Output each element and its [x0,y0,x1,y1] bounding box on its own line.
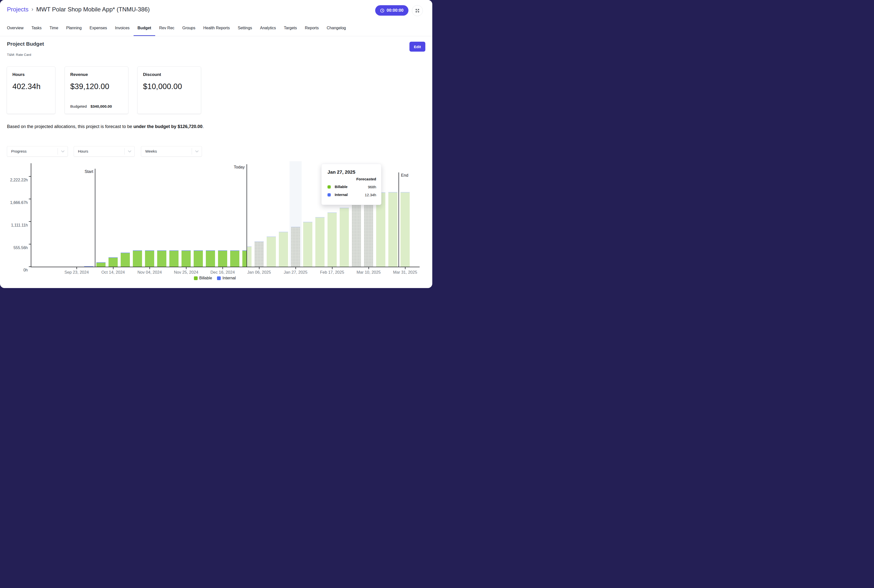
chart-bar[interactable] [254,242,264,267]
chart-bar[interactable] [133,250,142,267]
discount-card-title: Discount [143,72,161,77]
y-axis [31,163,31,267]
x-axis-label: Dec 16, 2024 [210,270,235,274]
chart-bar[interactable] [169,250,179,267]
x-tick [149,267,150,269]
bar-billable-segment [291,227,300,267]
bar-billable-segment [400,192,410,267]
hours-card: Hours 402.34h [7,66,56,114]
chart-bar[interactable] [218,250,227,267]
chart-bar[interactable] [340,208,349,267]
hours-card-title: Hours [12,72,25,77]
bar-billable-segment [328,213,337,267]
chart-bar[interactable] [400,192,410,267]
x-axis-label: Nov 04, 2024 [137,270,162,274]
clock-icon [380,8,384,13]
y-axis-label: 2,222.22h [10,178,28,182]
chart-bar[interactable] [145,250,154,267]
tab-budget[interactable]: Budget [134,21,155,36]
metric-select[interactable]: Hours [74,146,135,156]
budgeted-value: $340,000.00 [90,104,112,109]
chart-bar[interactable] [315,217,325,267]
x-tick [77,267,77,269]
bar-billable-segment [194,251,203,267]
chart-bar[interactable] [230,250,239,267]
tab-rev-rec[interactable]: Rev Rec [155,21,178,36]
tab-expenses[interactable]: Expenses [86,21,111,36]
section-heading: Project Budget [7,41,44,47]
chart-bar[interactable] [267,237,276,267]
x-axis [31,267,420,267]
revenue-card-value: $39,120.00 [70,82,109,91]
tab-time[interactable]: Time [46,21,62,36]
chart-bar[interactable] [108,257,118,267]
tab-overview[interactable]: Overview [3,21,27,36]
x-tick [113,267,113,269]
breadcrumb-projects-link[interactable]: Projects [7,6,29,13]
chevron-down-icon [124,148,134,154]
y-tick [29,244,31,244]
tab-changelog[interactable]: Changelog [323,21,350,36]
chart-bar[interactable] [96,262,105,267]
bar-billable-segment [121,253,130,267]
tooltip-column-header: Forecasted [356,177,376,181]
chart-bar[interactable] [194,250,203,267]
tab-settings[interactable]: Settings [234,21,256,36]
x-axis-label: Jan 06, 2025 [247,270,271,274]
chart-bar[interactable] [291,227,300,267]
page-title: MWT Polar Shop Mobile App* (TNMU-386) [36,6,150,13]
metric-select-value: Hours [74,149,124,154]
x-axis-label: Mar 31, 2025 [393,270,417,274]
chart-bar[interactable] [388,192,397,267]
bar-billable-segment [96,263,105,267]
x-axis-label: Jan 27, 2025 [284,270,307,274]
bar-billable-segment [206,251,215,267]
timer-button[interactable]: 00:00:00 [375,5,408,16]
budgeted-label: Budgeted [70,104,87,109]
x-axis-label: Feb 17, 2025 [320,270,344,274]
x-axis-label: Sep 23, 2024 [64,270,89,274]
chart-bar[interactable] [206,250,215,267]
tab-groups[interactable]: Groups [178,21,199,36]
chart-bar[interactable] [121,253,130,267]
chart-bar[interactable] [182,250,191,267]
revenue-card-title: Revenue [70,72,88,77]
y-tick [29,199,31,199]
revenue-budgeted-row: Budgeted $340,000.00 [70,104,112,109]
tab-tasks[interactable]: Tasks [27,21,46,36]
x-axis-label: Oct 14, 2024 [101,270,125,274]
chart-bar[interactable] [279,232,288,267]
tab-invoices[interactable]: Invoices [111,21,134,36]
expand-icon [415,8,420,13]
bar-billable-segment [145,251,154,267]
y-axis-label: 1,666.67h [10,201,28,205]
chart-bar[interactable] [328,212,337,267]
granularity-select-value: Weeks [141,149,192,154]
timer-value: 00:00:00 [387,8,403,13]
internal-swatch-icon [217,276,221,280]
progress-select[interactable]: Progress [7,146,68,156]
bar-billable-segment [303,222,312,267]
tab-targets[interactable]: Targets [280,21,301,36]
x-tick [332,267,332,269]
chart-bar[interactable] [247,246,251,267]
discount-card: Discount $10,000.00 [137,66,201,114]
chart-tooltip: Jan 27, 2025 Forecasted Billable 968h In… [321,164,381,205]
chart-bar[interactable] [157,250,166,267]
edit-button[interactable]: Edit [409,42,425,52]
granularity-select[interactable]: Weeks [141,146,202,156]
section-subheading: T&M: Rate Card [7,53,31,57]
chart-bar[interactable] [303,222,312,267]
tab-analytics[interactable]: Analytics [256,21,280,36]
tooltip-row-internal: Internal 12.34h [328,193,376,197]
tab-health-reports[interactable]: Health Reports [199,21,234,36]
tab-reports[interactable]: Reports [301,21,323,36]
billable-swatch-icon [194,276,198,280]
chart-bar[interactable] [352,194,361,267]
fullscreen-button[interactable] [412,5,423,16]
end-marker-line [399,172,399,267]
forecast-summary: Based on the projected allocations, this… [7,124,204,129]
bar-billable-segment [108,258,118,267]
tab-planning[interactable]: Planning [62,21,86,36]
chart-legend: Billable Internal [0,276,430,280]
